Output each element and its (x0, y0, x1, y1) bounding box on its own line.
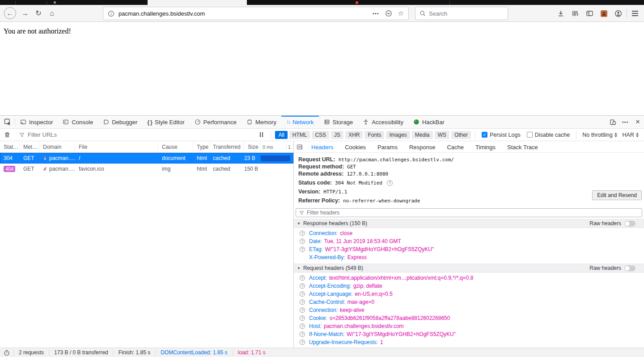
devtools-tab-storage[interactable]: Storage (319, 116, 358, 128)
filter-pill-xhr[interactable]: XHR (345, 131, 363, 139)
filter-pill-all[interactable]: All (275, 131, 287, 139)
filter-pill-fonts[interactable]: Fonts (364, 131, 384, 139)
list-item[interactable]: ?Cache-Control:max-age=0 (294, 298, 644, 306)
downloads-button[interactable] (556, 9, 565, 18)
column-status[interactable]: Stat… (0, 142, 20, 152)
details-tab-params[interactable]: Params (372, 142, 403, 152)
raw-headers-toggle[interactable] (624, 265, 636, 271)
home-button[interactable]: ⌂ (46, 5, 58, 21)
table-row[interactable]: 404 GET pacman…. favicon.ico img html ca… (0, 164, 293, 174)
devtools-tab-inspector[interactable]: Inspector (15, 116, 58, 128)
help-icon[interactable]: ? (300, 231, 305, 236)
column-method[interactable]: Met… (20, 142, 39, 152)
library-button[interactable] (571, 9, 580, 18)
details-tab-stack-trace[interactable]: Stack Trace (501, 142, 544, 152)
list-item[interactable]: ?Date:Tue, 11 Jun 2019 18:53:40 GMT (294, 237, 644, 245)
pick-element-button[interactable] (0, 116, 15, 128)
response-headers-section[interactable]: ▼ Response headers (150 B) Raw headers (294, 219, 644, 228)
list-item[interactable]: ?Connection:close (294, 229, 644, 237)
help-icon[interactable]: ? (300, 299, 305, 305)
url-text[interactable]: pacman.challenges.bsidestlv.com (119, 10, 369, 17)
list-item[interactable]: ?If-None-Match:W/"17-3gtYSMgdHoYGHB2+hOg… (294, 330, 644, 338)
filter-urls-input[interactable]: Filter URLs (15, 131, 57, 138)
persist-logs-checkbox[interactable]: ✓ Persist Logs (482, 132, 521, 138)
filter-pill-js[interactable]: JS (331, 131, 343, 139)
edit-and-resend-button[interactable]: Edit and Resend (592, 190, 642, 200)
devtools-tab-memory[interactable]: Memory (242, 116, 281, 128)
url-bar[interactable]: pacman.challenges.bsidestlv.com ••• ☆ (103, 7, 409, 20)
details-tab-headers[interactable]: Headers (305, 142, 339, 152)
responsive-design-button[interactable] (606, 116, 619, 128)
help-icon[interactable]: ? (300, 291, 305, 297)
bookmark-star-icon[interactable]: ☆ (398, 9, 404, 17)
request-headers-section[interactable]: ▼ Request headers (549 B) Raw headers (294, 264, 644, 273)
filter-pill-media[interactable]: Media (412, 131, 433, 139)
domcontentloaded-time[interactable]: DOMContentLoaded: 1.65 s (155, 350, 232, 356)
forward-button[interactable]: → (19, 5, 31, 21)
list-item[interactable]: ?Accept-Encoding:gzip, deflate (294, 282, 644, 290)
pocket-icon[interactable] (385, 10, 392, 17)
filter-pill-ws[interactable]: WS (435, 131, 449, 139)
devtools-tab-console[interactable]: Console (58, 116, 98, 128)
help-icon[interactable]: ? (300, 323, 305, 329)
list-item[interactable]: ?Connection:keep-alive (294, 306, 644, 314)
column-type[interactable]: Type (193, 142, 209, 152)
site-info-icon[interactable] (108, 10, 114, 17)
raw-headers-toggle[interactable] (624, 221, 636, 227)
column-size[interactable]: Size (244, 142, 260, 152)
menu-button[interactable] (631, 9, 640, 18)
filter-pill-css[interactable]: CSS (312, 131, 329, 139)
sidebar-button[interactable] (585, 9, 594, 18)
help-icon[interactable]: ? (300, 247, 305, 252)
devtools-tab-network[interactable]: ↑↓ Network (281, 116, 319, 128)
disable-cache-checkbox[interactable]: Disable cache (527, 132, 570, 138)
table-row[interactable]: 304 GET pacman…. / document html cached … (0, 153, 293, 164)
filter-headers-input[interactable]: Filter headers (296, 208, 642, 217)
extension-button[interactable] (599, 9, 608, 18)
help-icon[interactable]: ? (300, 239, 305, 244)
load-time[interactable]: load: 1.71 s (233, 350, 271, 356)
throttling-select[interactable]: No throttling (582, 132, 617, 138)
clear-requests-button[interactable] (0, 131, 14, 138)
filter-pill-images[interactable]: Images (386, 131, 410, 139)
list-item[interactable]: ?Upgrade-Insecure-Requests:1 (294, 338, 644, 346)
timing-clock-icon[interactable] (0, 349, 13, 356)
list-item[interactable]: ?Accept:text/html,application/xhtml+xm…p… (294, 274, 644, 282)
list-item[interactable]: ?Host:pacman.challenges.bsidestlv.com (294, 322, 644, 330)
toggle-details-pane-button[interactable] (294, 144, 305, 150)
devtools-menu-button[interactable]: ••• (619, 116, 631, 128)
filter-pill-html[interactable]: HTML (289, 131, 310, 139)
details-tab-timings[interactable]: Timings (470, 142, 501, 152)
column-timeline[interactable]: 0 ms 1. (260, 142, 293, 152)
back-button[interactable]: ← (2, 5, 17, 21)
list-item[interactable]: ?Cookie:s=2853db6261f9058a2ffa278aabe881… (294, 314, 644, 322)
details-tab-response[interactable]: Response (403, 142, 441, 152)
page-actions-icon[interactable]: ••• (373, 11, 379, 16)
devtools-tab-style-editor[interactable]: { } Style Editor (142, 116, 189, 128)
help-icon[interactable]: ? (300, 307, 305, 313)
reload-button[interactable]: ↻ (32, 5, 45, 21)
pause-traffic-button[interactable] (260, 132, 263, 137)
search-bar[interactable]: Search (415, 7, 508, 20)
active-tab[interactable] (148, 0, 247, 5)
devtools-tab-performance[interactable]: Performance (190, 116, 242, 128)
har-select[interactable]: HAR (623, 132, 639, 138)
devtools-tab-debugger[interactable]: Debugger (98, 116, 142, 128)
column-file[interactable]: File (75, 142, 158, 152)
details-tab-cache[interactable]: Cache (441, 142, 470, 152)
help-icon[interactable]: ? (300, 332, 305, 337)
devtools-tab-accessibility[interactable]: Accessibility (358, 116, 408, 128)
devtools-close-button[interactable]: × (631, 116, 644, 128)
help-icon[interactable]: ? (300, 283, 305, 289)
devtools-tab-hackbar[interactable]: HackBar (408, 116, 449, 128)
help-icon[interactable]: ? (300, 315, 305, 321)
column-transferred[interactable]: Transferred (209, 142, 244, 152)
column-cause[interactable]: Cause (158, 142, 193, 152)
help-icon[interactable]: ? (300, 275, 305, 281)
list-item[interactable]: ?ETag:W/"17-3gtYSMgdHoYGHB2+hOgFS5ZQyKU" (294, 245, 644, 253)
column-domain[interactable]: Domain (39, 142, 75, 152)
account-button[interactable] (614, 9, 623, 18)
help-icon[interactable]: ? (387, 180, 393, 186)
help-icon[interactable]: ? (300, 340, 305, 345)
list-item[interactable]: ?X-Powered-By:Express (294, 253, 644, 261)
